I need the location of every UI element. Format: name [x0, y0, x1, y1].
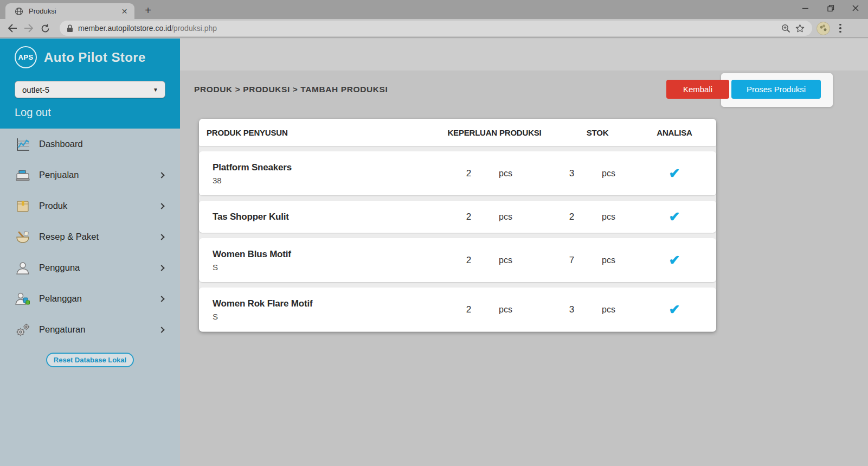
- forward-button[interactable]: [21, 21, 37, 36]
- tab-close-icon[interactable]: ✕: [120, 7, 129, 16]
- need-unit: pcs: [494, 256, 546, 265]
- column-header-produk-penyusun: PRODUK PENYUSUN: [199, 128, 443, 137]
- stock-qty: 3: [546, 304, 597, 315]
- product-variant: S: [213, 263, 443, 272]
- check-icon: ✔: [669, 165, 680, 181]
- sidebar-item-dashboard[interactable]: Dashboard: [0, 129, 180, 159]
- brand-name: Auto Pilot Store: [44, 50, 146, 65]
- restore-button[interactable]: [818, 0, 843, 16]
- chevron-right-icon: [158, 172, 164, 178]
- stock-unit: pcs: [597, 256, 649, 265]
- product-variant: S: [213, 312, 443, 321]
- globe-favicon-icon: [15, 7, 23, 16]
- check-icon: ✔: [669, 209, 680, 224]
- bookmark-star-icon[interactable]: [793, 21, 807, 35]
- logout-link[interactable]: Log out: [15, 106, 51, 119]
- zoom-icon[interactable]: [779, 21, 793, 35]
- chevron-right-icon: [158, 296, 164, 302]
- outlet-select[interactable]: outlet-5 ▼: [15, 81, 165, 98]
- table-body: Platform Sneakers 38 2 pcs 3 pcs ✔ Tas S…: [199, 151, 716, 331]
- need-qty: 2: [443, 212, 494, 222]
- window-controls: [793, 0, 868, 16]
- need-unit: pcs: [494, 305, 546, 315]
- table-row: Women Rok Flare Motif S 2 pcs 3 pcs ✔: [199, 288, 716, 331]
- browser-menu-icon[interactable]: [833, 21, 847, 35]
- sidebar-menu: Dashboard Penjualan Produk: [0, 129, 180, 367]
- column-header-stok: STOK: [546, 128, 649, 137]
- refresh-button[interactable]: [37, 21, 53, 36]
- sidebar-item-pengaturan[interactable]: Pengaturan: [0, 314, 180, 345]
- browser-tab[interactable]: Produksi ✕: [5, 3, 134, 19]
- table-row: Tas Shopper Kulit 2 pcs 2 pcs ✔: [199, 201, 716, 233]
- tab-title: Produksi: [29, 7, 120, 15]
- sidebar: APS Auto Pilot Store outlet-5 ▼ Log out …: [0, 39, 180, 466]
- user-icon: [14, 259, 31, 277]
- gears-icon: [14, 321, 31, 339]
- product-name: Women Blus Motif: [213, 249, 443, 260]
- check-icon: ✔: [669, 302, 680, 317]
- mortar-icon: [14, 228, 31, 246]
- check-icon: ✔: [669, 252, 680, 267]
- table-row: Women Blus Motif S 2 pcs 7 pcs ✔: [199, 238, 716, 282]
- sidebar-item-penjualan[interactable]: Penjualan: [0, 159, 180, 190]
- customer-icon: [14, 290, 31, 308]
- sidebar-item-resep-paket[interactable]: Resep & Paket: [0, 221, 180, 252]
- sidebar-item-produk[interactable]: Produk: [0, 190, 180, 221]
- address-bar[interactable]: member.autopilotstore.co.id/produksi.php: [60, 21, 812, 36]
- proses-produksi-button[interactable]: Proses Produksi: [731, 80, 821, 99]
- main-content: PRODUK > PRODUKSI > TAMBAH PRODUKSI Kemb…: [180, 39, 868, 466]
- sidebar-header: APS Auto Pilot Store outlet-5 ▼ Log out: [0, 39, 180, 129]
- chevron-right-icon: [158, 234, 164, 240]
- stock-unit: pcs: [597, 305, 649, 315]
- need-qty: 2: [443, 168, 494, 179]
- box-icon: [14, 197, 31, 215]
- chevron-right-icon: [158, 203, 164, 209]
- select-arrow-icon: ▼: [153, 87, 158, 93]
- product-name: Platform Sneakers: [213, 162, 443, 173]
- chevron-right-icon: [158, 265, 164, 271]
- padlock-icon: [67, 24, 73, 33]
- kembali-button[interactable]: Kembali: [666, 80, 729, 99]
- table-row: Platform Sneakers 38 2 pcs 3 pcs ✔: [199, 151, 716, 195]
- table-header-row: PRODUK PENYUSUN KEPERLUAN PRODUKSI STOK …: [199, 119, 716, 146]
- need-qty: 2: [443, 255, 494, 266]
- need-qty: 2: [443, 304, 494, 315]
- page: APS Auto Pilot Store outlet-5 ▼ Log out …: [0, 39, 868, 466]
- new-tab-button[interactable]: +: [141, 4, 155, 17]
- reset-database-button[interactable]: Reset Database Lokal: [46, 353, 134, 367]
- product-name: Women Rok Flare Motif: [213, 298, 443, 309]
- header-band: [180, 39, 868, 71]
- aps-logo: APS: [15, 46, 37, 68]
- stock-qty: 3: [546, 168, 597, 179]
- column-header-analisa: ANALISA: [649, 128, 716, 137]
- stock-qty: 2: [546, 212, 597, 222]
- product-variant: 38: [213, 176, 443, 185]
- browser-tabbar: Produksi ✕ +: [0, 0, 868, 19]
- url-text: member.autopilotstore.co.id/produksi.php: [78, 24, 779, 33]
- chevron-right-icon: [158, 327, 164, 333]
- sidebar-item-pengguna[interactable]: Pengguna: [0, 252, 180, 283]
- outlet-selected-value: outlet-5: [22, 85, 153, 94]
- need-unit: pcs: [494, 169, 546, 178]
- minimize-button[interactable]: [793, 0, 818, 16]
- column-header-keperluan-produksi: KEPERLUAN PRODUKSI: [443, 128, 546, 137]
- close-button[interactable]: [843, 0, 868, 16]
- browser-toolbar: member.autopilotstore.co.id/produksi.php: [0, 19, 868, 38]
- browser-window: Produksi ✕ +: [0, 0, 868, 466]
- chart-icon: [14, 136, 31, 153]
- cash-register-icon: [14, 167, 31, 184]
- product-name: Tas Shopper Kulit: [213, 212, 443, 222]
- sidebar-item-pelanggan[interactable]: Pelanggan: [0, 283, 180, 314]
- stock-unit: pcs: [597, 212, 649, 222]
- need-unit: pcs: [494, 212, 546, 222]
- breadcrumb: PRODUK > PRODUKSI > TAMBAH PRODUKSI: [194, 85, 388, 94]
- production-table: PRODUK PENYUSUN KEPERLUAN PRODUKSI STOK …: [199, 119, 716, 332]
- back-button[interactable]: [4, 21, 21, 36]
- profile-avatar[interactable]: [816, 22, 830, 35]
- stock-qty: 7: [546, 255, 597, 266]
- stock-unit: pcs: [597, 169, 649, 178]
